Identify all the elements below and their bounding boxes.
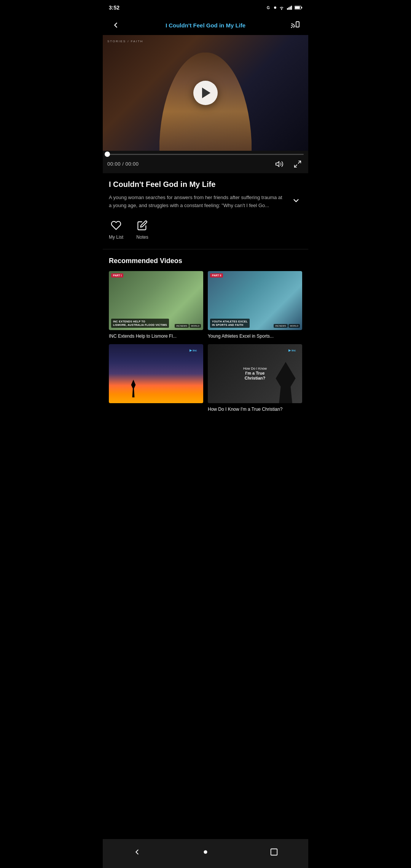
- flood-incnews: INCNEWS WORLD: [175, 324, 201, 328]
- notes-label: Notes: [136, 235, 148, 240]
- battery-icon: [295, 5, 302, 10]
- svg-rect-2: [288, 7, 290, 10]
- svg-text:▶ inc: ▶ inc: [190, 349, 197, 352]
- description-row: A young woman searches for answers from …: [109, 194, 302, 210]
- flood-title: INC Extends Help to Lismore Fl...: [109, 333, 203, 340]
- video-grid: INC EXTENDS HELP TOLISMORE, AUSTRALIA FL…: [109, 271, 302, 413]
- notes-button[interactable]: Notes: [135, 219, 149, 240]
- video-thumb-christian: How Do I Know I'm a True Christian? ▶ in…: [208, 344, 302, 403]
- bottom-spacer: [103, 420, 308, 451]
- progress-thumb[interactable]: [105, 152, 110, 157]
- svg-rect-6: [295, 6, 300, 9]
- sports-label: YOUTH ATHLETES EXCELIN SPORTS AND FAITH: [210, 319, 250, 328]
- sunset-inc-logo: ▶ inc media: [190, 347, 200, 354]
- fullscreen-button[interactable]: [292, 158, 304, 170]
- video-card-christian[interactable]: How Do I Know I'm a True Christian? ▶ in…: [208, 344, 302, 413]
- cast-button[interactable]: [288, 18, 302, 32]
- back-button[interactable]: [109, 18, 123, 32]
- svg-rect-17: [271, 849, 277, 855]
- svg-text:media: media: [190, 353, 194, 353]
- video-title: I Couldn't Feel God in My Life: [109, 179, 302, 189]
- svg-line-11: [298, 161, 301, 163]
- google-icon: G: [266, 5, 272, 10]
- back-icon: [112, 21, 120, 29]
- status-time: 3:52: [109, 5, 119, 11]
- volume-icon: [275, 160, 284, 168]
- video-thumb-flood: INC EXTENDS HELP TOLISMORE, AUSTRALIA FL…: [109, 271, 203, 330]
- svg-text:G: G: [267, 6, 270, 10]
- content-section: I Couldn't Feel God in My Life A young w…: [103, 173, 308, 249]
- nav-back-button[interactable]: [129, 844, 145, 860]
- svg-line-12: [295, 165, 297, 167]
- top-nav: I Couldn't Feel God in My Life: [103, 15, 308, 35]
- time-display: 00:00 / 00:00: [107, 161, 139, 167]
- video-controls: 00:00 / 00:00: [103, 151, 308, 173]
- my-list-label: My List: [109, 235, 123, 240]
- my-list-icon: [109, 219, 123, 232]
- notification-dot: [274, 6, 276, 9]
- nav-recent-icon: [270, 848, 278, 856]
- total-time: 00:00: [125, 161, 139, 167]
- chevron-down-icon: [292, 196, 300, 205]
- sports-badge: PART II: [210, 273, 223, 278]
- video-description: A young woman searches for answers from …: [109, 194, 285, 210]
- svg-rect-4: [291, 6, 292, 10]
- svg-rect-8: [296, 22, 299, 27]
- wifi-icon: [279, 5, 285, 10]
- recommended-title: Recommended Videos: [109, 257, 302, 265]
- status-icons: G: [266, 5, 302, 10]
- sports-title: Young Athletes Excel in Sports...: [208, 333, 302, 340]
- cast-icon: [291, 21, 300, 30]
- expand-button[interactable]: [290, 195, 302, 207]
- video-thumb-sunset: ▶ inc media: [109, 344, 203, 403]
- recommended-section: Recommended Videos INC EXTENDS HELP TOLI…: [103, 249, 308, 420]
- notes-icon: [135, 219, 149, 232]
- svg-rect-7: [301, 7, 302, 8]
- nav-home-icon: [201, 848, 210, 856]
- flood-badge: PART I: [111, 273, 123, 278]
- sports-incnews: INCNEWS WORLD: [274, 324, 300, 328]
- nav-home-button[interactable]: [197, 844, 214, 860]
- volume-button[interactable]: [273, 158, 285, 170]
- fullscreen-icon: [293, 160, 302, 168]
- video-thumb-sports: YOUTH ATHLETES EXCELIN SPORTS AND FAITH …: [208, 271, 302, 330]
- svg-point-16: [204, 850, 207, 854]
- nav-recent-button[interactable]: [266, 844, 282, 860]
- nav-back-icon: [133, 848, 141, 856]
- my-list-button[interactable]: My List: [109, 219, 123, 240]
- video-card-sports[interactable]: YOUTH ATHLETES EXCELIN SPORTS AND FAITH …: [208, 271, 302, 340]
- control-buttons: [273, 158, 304, 170]
- svg-rect-1: [287, 8, 288, 10]
- video-thumbnail: STORIES / FAITH: [103, 35, 308, 151]
- video-overlay-text: STORIES / FAITH: [107, 40, 143, 43]
- action-buttons: My List Notes: [109, 219, 302, 243]
- signal-icon: [287, 5, 292, 10]
- video-player[interactable]: STORIES / FAITH: [103, 35, 308, 151]
- video-card-flood[interactable]: INC EXTENDS HELP TOLISMORE, AUSTRALIA FL…: [109, 271, 203, 340]
- page-title: I Couldn't Feel God in My Life: [123, 22, 288, 29]
- progress-bar[interactable]: [107, 154, 304, 155]
- flood-label: INC EXTENDS HELP TOLISMORE, AUSTRALIA FL…: [111, 319, 169, 328]
- video-card-sunset[interactable]: ▶ inc media: [109, 344, 203, 413]
- status-bar: 3:52 G: [103, 0, 308, 15]
- controls-row: 00:00 / 00:00: [107, 158, 304, 170]
- svg-rect-3: [290, 6, 291, 10]
- svg-marker-10: [276, 161, 279, 166]
- bottom-nav: [103, 839, 308, 868]
- play-button[interactable]: [193, 81, 218, 105]
- christian-text: How Do I Know I'm a True Christian?: [243, 367, 267, 381]
- current-time: 00:00: [107, 161, 121, 167]
- svg-text:▶ inc: ▶ inc: [288, 349, 296, 352]
- christian-title: How Do I Know I'm a True Christian?: [208, 406, 302, 413]
